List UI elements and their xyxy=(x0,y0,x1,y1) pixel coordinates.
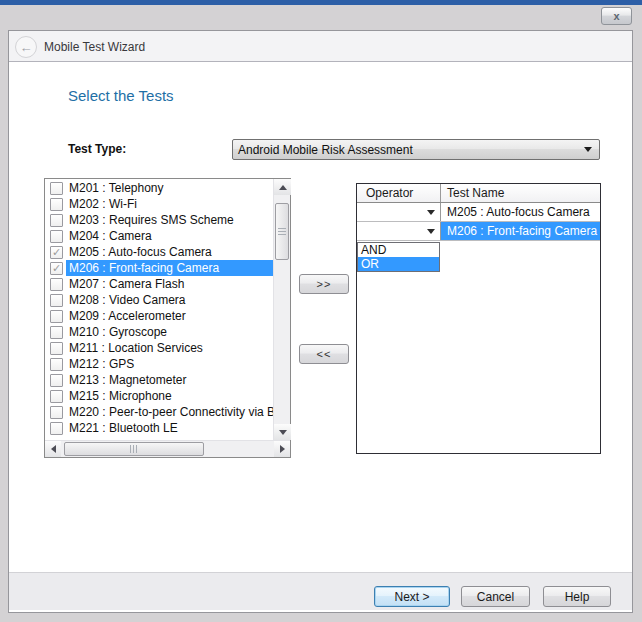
test-type-value: Android Mobile Risk Assessment xyxy=(233,143,584,157)
test-list-item[interactable]: M201 : Telephony xyxy=(45,180,273,196)
grip-icon xyxy=(130,445,138,453)
test-item-label: M220 : Peer-to-peer Connectivity via Blu… xyxy=(66,404,273,420)
test-list-item[interactable]: ✓M206 : Front-facing Camera xyxy=(45,260,273,276)
test-item-label: M211 : Location Services xyxy=(66,340,273,356)
test-list-item[interactable]: ✓M205 : Auto-focus Camera xyxy=(45,244,273,260)
test-list-item[interactable]: M207 : Camera Flash xyxy=(45,276,273,292)
available-tests-listbox: M201 : TelephonyM202 : Wi-FiM203 : Requi… xyxy=(44,178,291,458)
test-list-item[interactable]: M221 : Bluetooth LE xyxy=(45,420,273,436)
next-button[interactable]: Next > xyxy=(374,586,450,607)
test-item-label: M203 : Requires SMS Scheme xyxy=(66,212,273,228)
test-type-label: Test Type: xyxy=(68,142,126,156)
checkbox-icon[interactable] xyxy=(50,182,63,195)
checkbox-icon[interactable] xyxy=(50,230,63,243)
test-item-label: M209 : Accelerometer xyxy=(66,308,273,324)
test-list-item[interactable]: M209 : Accelerometer xyxy=(45,308,273,324)
operator-combobox[interactable] xyxy=(357,222,441,240)
test-list-item[interactable]: M204 : Camera xyxy=(45,228,273,244)
test-item-label: M201 : Telephony xyxy=(66,180,273,196)
checkbox-icon[interactable] xyxy=(50,342,63,355)
test-item-label: M213 : Magnetometer xyxy=(66,372,273,388)
checkbox-icon[interactable] xyxy=(50,278,63,291)
operator-option[interactable]: AND xyxy=(358,243,439,257)
checkbox-icon[interactable] xyxy=(50,198,63,211)
test-list-item[interactable]: M212 : GPS xyxy=(45,356,273,372)
arrow-left-icon xyxy=(51,445,56,453)
horizontal-scrollbar-thumb[interactable] xyxy=(64,442,204,456)
operator-column-header: Operator xyxy=(357,184,441,202)
close-button[interactable]: x xyxy=(601,7,632,25)
test-item-label: M208 : Video Camera xyxy=(66,292,273,308)
test-name-column-header: Test Name xyxy=(441,184,600,202)
checkbox-icon[interactable] xyxy=(50,214,63,227)
vertical-scrollbar[interactable] xyxy=(273,179,290,440)
table-header-row: Operator Test Name xyxy=(357,184,600,203)
test-list-item[interactable]: M208 : Video Camera xyxy=(45,292,273,308)
test-item-label: M202 : Wi-Fi xyxy=(66,196,273,212)
selected-test-row[interactable]: M205 : Auto-focus Camera xyxy=(357,203,600,222)
test-list-item[interactable]: M202 : Wi-Fi xyxy=(45,196,273,212)
wizard-dialog: ← Mobile Test Wizard Select the Tests Te… xyxy=(8,30,633,613)
test-type-dropdown[interactable]: Android Mobile Risk Assessment xyxy=(232,139,600,160)
test-item-label: M210 : Gyroscope xyxy=(66,324,273,340)
arrow-right-icon xyxy=(280,445,285,453)
vertical-scrollbar-thumb[interactable] xyxy=(275,203,289,260)
close-icon: x xyxy=(613,11,619,22)
checkbox-icon[interactable] xyxy=(50,406,63,419)
test-item-label: M205 : Auto-focus Camera xyxy=(66,244,273,260)
test-item-label: M221 : Bluetooth LE xyxy=(66,420,273,436)
help-button[interactable]: Help xyxy=(543,586,611,607)
footer-bar: Next > Cancel Help xyxy=(9,572,632,610)
add-tests-button[interactable]: >> xyxy=(299,274,349,294)
remove-tests-button[interactable]: << xyxy=(299,344,349,364)
page-title: Select the Tests xyxy=(68,87,174,104)
wizard-title: Mobile Test Wizard xyxy=(44,40,145,54)
test-list-item[interactable]: M203 : Requires SMS Scheme xyxy=(45,212,273,228)
checkbox-icon[interactable] xyxy=(50,390,63,403)
chevron-down-icon xyxy=(427,210,435,215)
test-list-item[interactable]: M213 : Magnetometer xyxy=(45,372,273,388)
test-list-item[interactable]: M215 : Microphone xyxy=(45,388,273,404)
test-item-label: M207 : Camera Flash xyxy=(66,276,273,292)
checkbox-icon[interactable] xyxy=(50,422,63,435)
test-name-cell: M206 : Front-facing Camera xyxy=(441,222,600,240)
scroll-left-button[interactable] xyxy=(45,441,61,457)
operator-option[interactable]: OR xyxy=(358,257,439,271)
test-name-cell: M205 : Auto-focus Camera xyxy=(441,203,600,221)
operator-dropdown-list: ANDOR xyxy=(357,242,440,272)
scroll-right-button[interactable] xyxy=(274,441,290,457)
checkbox-icon[interactable]: ✓ xyxy=(50,246,63,259)
selected-tests-table: Operator Test Name M205 : Auto-focus Cam… xyxy=(356,183,601,454)
back-button[interactable]: ← xyxy=(15,36,37,58)
arrow-down-icon xyxy=(279,430,287,435)
chevron-down-icon xyxy=(427,229,435,234)
cancel-button[interactable]: Cancel xyxy=(461,586,530,607)
test-item-label: M212 : GPS xyxy=(66,356,273,372)
test-item-label: M204 : Camera xyxy=(66,228,273,244)
scroll-down-button[interactable] xyxy=(274,424,291,440)
checkbox-icon[interactable] xyxy=(50,374,63,387)
checkbox-icon[interactable]: ✓ xyxy=(50,262,63,275)
wizard-header: ← Mobile Test Wizard xyxy=(9,31,632,62)
checkbox-icon[interactable] xyxy=(50,294,63,307)
table-body: M205 : Auto-focus CameraM206 : Front-fac… xyxy=(357,203,600,241)
checkbox-icon[interactable] xyxy=(50,310,63,323)
available-tests-list: M201 : TelephonyM202 : Wi-FiM203 : Requi… xyxy=(45,180,273,436)
test-list-item[interactable]: M211 : Location Services xyxy=(45,340,273,356)
selected-test-row[interactable]: M206 : Front-facing Camera xyxy=(357,222,600,241)
operator-combobox[interactable] xyxy=(357,203,441,221)
checkbox-icon[interactable] xyxy=(50,358,63,371)
test-item-label: M206 : Front-facing Camera xyxy=(66,260,273,276)
checkbox-icon[interactable] xyxy=(50,326,63,339)
test-list-item[interactable]: M210 : Gyroscope xyxy=(45,324,273,340)
chevron-down-icon xyxy=(584,147,592,152)
grip-icon xyxy=(278,228,286,236)
mobile-test-wizard-window: x ← Mobile Test Wizard Select the Tests … xyxy=(0,0,642,622)
arrow-up-icon xyxy=(279,185,287,190)
scroll-up-button[interactable] xyxy=(274,179,291,195)
window-top-accent xyxy=(0,0,642,5)
test-list-item[interactable]: M220 : Peer-to-peer Connectivity via Blu… xyxy=(45,404,273,420)
back-arrow-icon: ← xyxy=(20,41,33,54)
test-item-label: M215 : Microphone xyxy=(66,388,273,404)
horizontal-scrollbar[interactable] xyxy=(45,440,290,457)
